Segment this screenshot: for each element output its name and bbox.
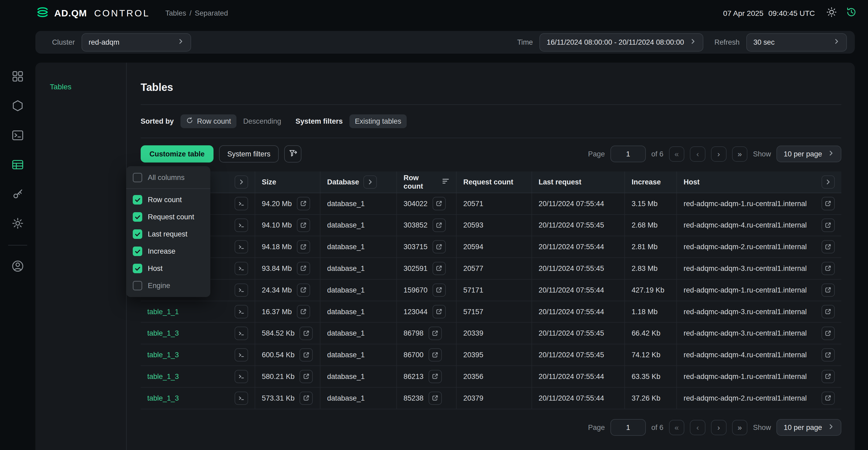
host-external-link-button[interactable]: [822, 284, 835, 297]
row-count-external-link-button[interactable]: [433, 262, 446, 275]
host-external-link-button[interactable]: [822, 327, 835, 340]
table-name-link[interactable]: table_1_3: [147, 329, 179, 337]
size-external-link-button[interactable]: [300, 392, 313, 405]
header-increase[interactable]: Increase: [624, 171, 676, 193]
host-external-link-button[interactable]: [822, 370, 835, 383]
cell-increase: 2.81 Mb: [624, 236, 676, 257]
row-count-external-link-button[interactable]: [429, 327, 442, 340]
menu-item-all-columns[interactable]: All columns: [126, 169, 210, 186]
next-page-button[interactable]: ›: [711, 146, 726, 162]
first-page-button[interactable]: «: [669, 146, 685, 162]
size-external-link-button[interactable]: [297, 262, 310, 275]
row-count-external-link-button[interactable]: [429, 370, 442, 383]
system-filter-badge[interactable]: Existing tables: [349, 114, 407, 128]
breadcrumb-item-separated[interactable]: Separated: [195, 9, 228, 18]
open-terminal-button[interactable]: [235, 262, 248, 275]
nav-dashboard-icon[interactable]: [11, 70, 24, 83]
brand-logo[interactable]: AD.QM CONTROL: [35, 6, 150, 20]
last-page-button[interactable]: »: [732, 420, 748, 435]
host-external-link-button[interactable]: [822, 392, 835, 405]
row-count-external-link-button[interactable]: [433, 305, 446, 318]
row-count-external-link-button[interactable]: [433, 219, 446, 232]
breadcrumb: Tables / Separated: [165, 9, 228, 18]
row-count-external-link-button[interactable]: [429, 348, 442, 362]
nav-tables-icon-active[interactable]: [11, 158, 24, 171]
row-count-external-link-button[interactable]: [433, 197, 446, 210]
nav-profile-icon[interactable]: [11, 259, 24, 273]
system-filters-button[interactable]: System filters: [219, 145, 279, 163]
open-terminal-button[interactable]: [235, 392, 248, 405]
open-terminal-button[interactable]: [235, 219, 248, 232]
table-name-link[interactable]: table_1_1: [147, 308, 179, 316]
customize-table-button[interactable]: Customize table: [141, 145, 214, 163]
header-host[interactable]: Host: [676, 171, 841, 193]
host-external-link-button[interactable]: [822, 240, 835, 253]
size-external-link-button[interactable]: [297, 284, 310, 297]
header-last-request[interactable]: Last request: [531, 171, 624, 193]
open-terminal-button[interactable]: [235, 197, 248, 210]
time-range-select[interactable]: 16/11/2024 08:00:00 - 20/11/2024 08:00:0…: [539, 33, 703, 52]
table-name-link[interactable]: table_1_3: [147, 394, 179, 402]
per-page-select[interactable]: 10 per page: [776, 146, 841, 162]
header-size[interactable]: Size: [255, 171, 320, 193]
size-external-link-button[interactable]: [300, 370, 313, 383]
open-terminal-button[interactable]: [235, 240, 248, 253]
table-name-link[interactable]: table_1_3: [147, 372, 179, 381]
per-page-select[interactable]: 10 per page: [776, 419, 841, 436]
nav-settings-gear-icon[interactable]: [11, 217, 24, 230]
refresh-interval-select[interactable]: 30 sec: [746, 33, 847, 52]
header-row-count[interactable]: Row count: [396, 171, 456, 193]
section-nav-item-tables[interactable]: Tables: [50, 82, 126, 91]
column-menu-item[interactable]: Increase: [126, 243, 210, 260]
host-external-link-button[interactable]: [822, 197, 835, 210]
prev-page-button[interactable]: ‹: [690, 420, 706, 435]
column-menu-item[interactable]: Row count: [126, 191, 210, 208]
prev-page-button[interactable]: ‹: [690, 146, 706, 162]
header-request-count[interactable]: Request count: [456, 171, 531, 193]
breadcrumb-item-tables[interactable]: Tables: [165, 9, 186, 18]
size-external-link-button[interactable]: [297, 197, 310, 210]
theme-toggle-button[interactable]: [825, 7, 838, 20]
size-external-link-button[interactable]: [300, 327, 313, 340]
page-number-input[interactable]: [611, 419, 646, 436]
open-terminal-button[interactable]: [235, 348, 248, 362]
column-menu-item[interactable]: Request count: [126, 208, 210, 226]
cluster-select[interactable]: red-adqm: [82, 33, 191, 52]
filters-link-button[interactable]: [284, 145, 301, 163]
table-name-link[interactable]: table_1_3: [147, 350, 179, 359]
column-menu-item[interactable]: Engine: [126, 277, 210, 294]
first-page-button[interactable]: «: [669, 420, 685, 435]
time-history-button[interactable]: [845, 7, 858, 20]
column-menu-item[interactable]: Last request: [126, 226, 210, 243]
nav-cluster-icon[interactable]: [11, 99, 24, 112]
size-external-link-button[interactable]: [297, 305, 310, 318]
nav-query-icon[interactable]: [11, 129, 24, 142]
request-count-value: 20577: [463, 264, 484, 273]
nav-access-key-icon[interactable]: [11, 187, 24, 201]
last-page-button[interactable]: »: [732, 146, 748, 162]
host-external-link-button[interactable]: [822, 305, 835, 318]
column-menu-item[interactable]: Host: [126, 260, 210, 277]
next-page-button[interactable]: ›: [711, 420, 726, 435]
open-terminal-button[interactable]: [235, 327, 248, 340]
open-terminal-button[interactable]: [235, 370, 248, 383]
size-external-link-button[interactable]: [297, 219, 310, 232]
row-count-external-link-button[interactable]: [433, 240, 446, 253]
row-count-external-link-button[interactable]: [433, 284, 446, 297]
host-external-link-button[interactable]: [822, 262, 835, 275]
expand-host-column-button[interactable]: [822, 175, 835, 189]
sort-field-badge[interactable]: Row count: [181, 114, 237, 128]
last-request-value: 20/11/2024 07:55:44: [539, 199, 604, 208]
header-database[interactable]: Database: [320, 171, 396, 193]
size-external-link-button[interactable]: [300, 348, 313, 362]
row-count-external-link-button[interactable]: [429, 392, 442, 405]
page-number-input[interactable]: [611, 146, 646, 162]
expand-database-column-button[interactable]: [363, 175, 377, 189]
size-external-link-button[interactable]: [297, 240, 310, 253]
expand-name-column-button[interactable]: [235, 175, 248, 189]
host-external-link-button[interactable]: [822, 348, 835, 362]
open-terminal-button[interactable]: [235, 284, 248, 297]
host-external-link-button[interactable]: [822, 219, 835, 232]
column-menu-item-label: Request count: [148, 213, 194, 221]
open-terminal-button[interactable]: [235, 305, 248, 318]
